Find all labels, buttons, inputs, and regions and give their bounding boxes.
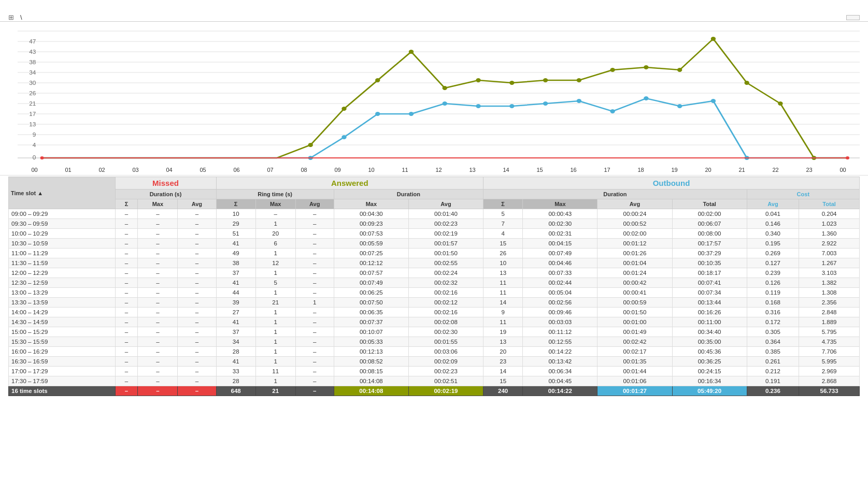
data-cell: – bbox=[115, 298, 138, 308]
th-out-avg: Avg bbox=[597, 199, 672, 209]
data-cell: 00:37:29 bbox=[672, 249, 747, 258]
data-cell: 1.308 bbox=[799, 288, 860, 298]
data-cell: 00:07:53 bbox=[334, 229, 408, 239]
data-cell: 00:07:49 bbox=[334, 278, 408, 288]
timeslot-cell: 12:30 – 12:59 bbox=[9, 278, 116, 288]
data-cell: 00:02:24 bbox=[408, 268, 483, 278]
data-cell: – bbox=[295, 376, 334, 386]
table-row: 13:00 – 13:29–––441–00:06:2500:02:161100… bbox=[9, 288, 860, 298]
footer-cell: 240 bbox=[483, 386, 523, 396]
data-cell: – bbox=[295, 288, 334, 298]
data-cell: 11 bbox=[483, 288, 523, 298]
svg-point-54 bbox=[711, 99, 716, 103]
data-cell: 00:01:35 bbox=[597, 357, 672, 367]
x-label-21: 21 bbox=[725, 167, 759, 173]
th-outbound-cost-label: Cost bbox=[747, 189, 859, 199]
svg-point-31 bbox=[476, 78, 480, 82]
th-ans-dur-avg: Avg bbox=[408, 199, 483, 209]
data-cell: 11 bbox=[483, 278, 523, 288]
data-cell: – bbox=[115, 209, 138, 219]
th-missed-max: Max bbox=[138, 199, 178, 209]
data-cell: 1 bbox=[255, 327, 295, 337]
svg-point-27 bbox=[341, 107, 346, 111]
data-cell: – bbox=[138, 219, 178, 229]
data-cell: – bbox=[295, 367, 334, 376]
data-cell: 00:45:36 bbox=[672, 347, 747, 357]
table-footer: 16 time slots–––64821–00:14:0800:02:1924… bbox=[9, 386, 860, 396]
th-outbound-label: Outbound bbox=[483, 177, 860, 189]
data-cell: 9 bbox=[483, 308, 523, 317]
data-cell: – bbox=[178, 376, 216, 386]
x-label-20: 20 bbox=[691, 167, 725, 173]
table-row: 12:30 – 12:59–––415–00:07:4900:02:321100… bbox=[9, 278, 860, 288]
data-cell: 00:01:40 bbox=[408, 209, 483, 219]
data-cell: 14 bbox=[483, 298, 523, 308]
data-cell: 00:07:57 bbox=[334, 268, 408, 278]
data-cell: 6 bbox=[255, 239, 295, 249]
data-cell: – bbox=[138, 278, 178, 288]
svg-point-30 bbox=[443, 86, 447, 90]
data-cell: 1 bbox=[255, 317, 295, 327]
timeslot-cell: 10:30 – 10:59 bbox=[9, 239, 116, 249]
svg-point-36 bbox=[644, 65, 648, 69]
data-cell: 0.172 bbox=[747, 317, 799, 327]
data-cell: 10 bbox=[483, 258, 523, 268]
data-cell: – bbox=[178, 278, 216, 288]
data-cell: 00:02:32 bbox=[408, 278, 483, 288]
about-report-button[interactable] bbox=[846, 15, 860, 20]
data-cell: 41 bbox=[216, 317, 255, 327]
data-cell: 00:04:30 bbox=[334, 209, 408, 219]
timeslot-cell: 11:30 – 11:59 bbox=[9, 258, 116, 268]
data-cell: – bbox=[138, 347, 178, 357]
th-answered-label: Answered bbox=[216, 177, 483, 189]
data-cell: 00:07:37 bbox=[334, 317, 408, 327]
th-outbound-duration-label: Duration bbox=[483, 189, 747, 199]
data-cell: 0.305 bbox=[747, 327, 799, 337]
x-label-10: 10 bbox=[354, 167, 388, 173]
data-cell: 21 bbox=[255, 298, 295, 308]
table-row: 11:30 – 11:59–––3812–00:12:1200:02:55100… bbox=[9, 258, 860, 268]
data-cell: 2.356 bbox=[799, 298, 860, 308]
data-cell: 00:01:26 bbox=[597, 249, 672, 258]
data-cell: – bbox=[138, 239, 178, 249]
data-cell: 7.706 bbox=[799, 347, 860, 357]
th-timeslot[interactable]: Time slot ▲ bbox=[9, 177, 116, 209]
svg-text:30: 30 bbox=[29, 80, 36, 86]
data-cell: 1 bbox=[255, 268, 295, 278]
data-cell: 00:35:00 bbox=[672, 337, 747, 347]
table-row: 13:30 – 13:59–––3921100:07:5000:02:12140… bbox=[9, 298, 860, 308]
svg-point-40 bbox=[778, 101, 782, 106]
data-cell: 1.023 bbox=[799, 219, 860, 229]
data-cell: – bbox=[115, 268, 138, 278]
data-cell: 00:17:57 bbox=[672, 239, 747, 249]
th-out-sigma: Σ bbox=[483, 199, 523, 209]
svg-point-56 bbox=[40, 156, 44, 159]
data-cell: 00:01:50 bbox=[408, 249, 483, 258]
th-ring-avg: Avg bbox=[295, 199, 334, 209]
data-cell: 20 bbox=[483, 347, 523, 357]
data-cell: 41 bbox=[216, 239, 255, 249]
x-label-13: 13 bbox=[456, 167, 489, 173]
x-label-07: 07 bbox=[253, 167, 287, 173]
table-row: 12:00 – 12:29–––371–00:07:5700:02:241300… bbox=[9, 268, 860, 278]
table-row: 17:30 – 17:59–––281–00:14:0800:02:511500… bbox=[9, 376, 860, 386]
data-cell: 00:10:07 bbox=[334, 327, 408, 337]
data-cell: – bbox=[178, 327, 216, 337]
data-table-section: Time slot ▲ Missed Answered Outbound Dur… bbox=[0, 177, 868, 404]
data-cell: 00:05:33 bbox=[334, 337, 408, 347]
data-cell: – bbox=[178, 239, 216, 249]
data-cell: 00:02:00 bbox=[597, 229, 672, 239]
svg-text:43: 43 bbox=[29, 49, 36, 55]
data-cell: 00:02:17 bbox=[597, 347, 672, 357]
x-axis: 00 01 02 03 04 05 06 07 08 09 10 11 12 1… bbox=[8, 166, 860, 175]
data-cell: – bbox=[295, 219, 334, 229]
data-cell: – bbox=[178, 357, 216, 367]
svg-point-51 bbox=[610, 109, 615, 113]
data-cell: – bbox=[115, 288, 138, 298]
footer-cell: 05:49:20 bbox=[672, 386, 747, 396]
chart-svg: 51 47 43 38 34 30 26 21 17 13 9 4 0 bbox=[18, 26, 860, 166]
data-cell: 0.204 bbox=[799, 209, 860, 219]
data-cell: 0.316 bbox=[747, 308, 799, 317]
svg-point-43 bbox=[341, 135, 346, 139]
data-cell: 00:01:06 bbox=[597, 376, 672, 386]
